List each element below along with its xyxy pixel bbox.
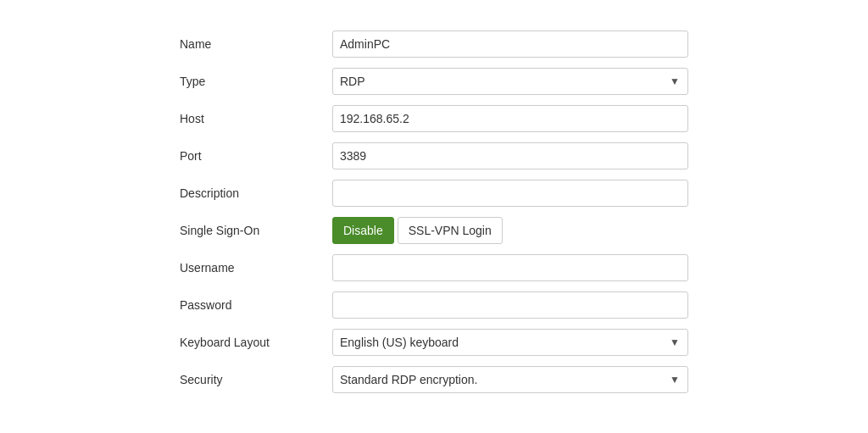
keyboard-layout-select[interactable]: English (US) keyboard English (UK) keybo… xyxy=(332,329,688,356)
keyboard-layout-row: Keyboard Layout English (US) keyboard En… xyxy=(180,329,688,356)
sso-row: Single Sign-On Disable SSL-VPN Login xyxy=(180,217,688,244)
description-row: Description xyxy=(180,180,688,207)
keyboard-layout-label: Keyboard Layout xyxy=(180,336,332,349)
type-select-wrapper: RDP VNC SSH Telnet SFTP ▼ xyxy=(332,68,688,95)
form-container: Name Type RDP VNC SSH Telnet SFTP ▼ Host… xyxy=(146,14,722,420)
sso-label: Single Sign-On xyxy=(180,224,332,237)
description-label: Description xyxy=(180,186,332,200)
host-input[interactable] xyxy=(332,105,688,132)
port-row: Port xyxy=(180,142,688,169)
security-label: Security xyxy=(180,373,332,386)
username-label: Username xyxy=(180,261,332,275)
disable-button[interactable]: Disable xyxy=(332,217,394,244)
keyboard-layout-select-wrapper: English (US) keyboard English (UK) keybo… xyxy=(332,329,688,356)
type-label: Type xyxy=(180,75,332,88)
name-input[interactable] xyxy=(332,31,688,58)
security-select-wrapper: Standard RDP encryption. NLA (Network Le… xyxy=(332,366,688,393)
password-label: Password xyxy=(180,298,332,312)
host-label: Host xyxy=(180,112,332,125)
password-row: Password xyxy=(180,291,688,319)
security-row: Security Standard RDP encryption. NLA (N… xyxy=(180,366,688,393)
type-select[interactable]: RDP VNC SSH Telnet SFTP xyxy=(332,68,688,95)
host-row: Host xyxy=(180,105,688,132)
description-input[interactable] xyxy=(332,180,688,207)
type-row: Type RDP VNC SSH Telnet SFTP ▼ xyxy=(180,68,688,95)
name-label: Name xyxy=(180,37,332,51)
port-input[interactable] xyxy=(332,142,688,169)
password-input[interactable] xyxy=(332,291,688,319)
username-input[interactable] xyxy=(332,254,688,281)
username-row: Username xyxy=(180,254,688,281)
security-select[interactable]: Standard RDP encryption. NLA (Network Le… xyxy=(332,366,688,393)
ssl-vpn-login-button[interactable]: SSL-VPN Login xyxy=(398,217,503,244)
name-row: Name xyxy=(180,31,688,58)
sso-group: Disable SSL-VPN Login xyxy=(332,217,503,244)
port-label: Port xyxy=(180,149,332,163)
